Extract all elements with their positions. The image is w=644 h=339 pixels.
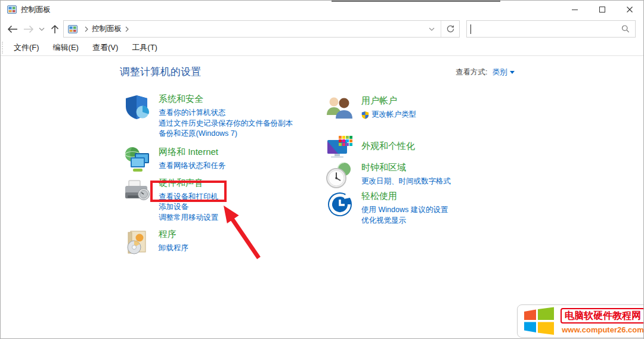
link-change-date-time-number-formats[interactable]: 更改日期、时间或数字格式 xyxy=(361,176,451,187)
breadcrumb-control-panel[interactable]: 控制面板 xyxy=(92,24,122,34)
maximize-icon xyxy=(599,6,606,13)
maximize-button[interactable] xyxy=(589,1,616,18)
search-icon[interactable] xyxy=(621,24,630,33)
arrow-up-icon xyxy=(51,24,59,34)
back-button[interactable] xyxy=(4,18,21,39)
link-label: 更改帐户类型 xyxy=(371,110,416,120)
link-windows-suggested-settings[interactable]: 使用 Windows 建议的设置 xyxy=(361,205,448,216)
red-arrow-annotation xyxy=(212,199,266,262)
shield-pie-icon[interactable] xyxy=(123,93,151,122)
address-dropdown-button[interactable] xyxy=(423,21,441,37)
window-title: 控制面板 xyxy=(21,5,51,15)
window-controls xyxy=(561,1,643,18)
menu-item-view[interactable]: 查看(V) xyxy=(90,41,120,54)
menu-bar: 文件(F)编辑(E)查看(V)工具(T) xyxy=(1,39,643,56)
search-box xyxy=(466,20,636,38)
category-ease-of-access: 轻松使用使用 Windows 建议的设置优化视觉显示 xyxy=(326,190,528,226)
title-bar: 控制面板 xyxy=(1,1,643,18)
close-button[interactable] xyxy=(616,1,643,18)
link-label: 卸载程序 xyxy=(159,243,188,254)
category-text-user-accounts: 用户帐户更改帐户类型 xyxy=(361,95,416,123)
category-user-accounts: 用户帐户更改帐户类型 xyxy=(326,95,528,123)
category-title-appearance-personalization[interactable]: 外观和个性化 xyxy=(361,140,415,152)
link-label: 通过文件历史记录保存你的文件备份副本 xyxy=(159,119,293,129)
category-system-security: 系统和安全查看你的计算机状态通过文件历史记录保存你的文件备份副本备份和还原(Wi… xyxy=(123,93,326,139)
screenshot-artifact-line xyxy=(332,1,500,2)
control-panel-window: 控制面板 xyxy=(0,0,644,339)
category-text-clock-region: 时钟和区域更改日期、时间或数字格式 xyxy=(361,161,451,190)
control-panel-icon xyxy=(7,5,17,16)
page-heading: 调整计算机的设置 xyxy=(120,65,201,79)
link-label: 备份和还原(Windows 7) xyxy=(159,129,237,139)
link-uninstall-program[interactable]: 卸载程序 xyxy=(159,243,188,254)
menu-item-edit[interactable]: 编辑(E) xyxy=(51,41,81,54)
ease-of-access-icon[interactable] xyxy=(326,190,354,219)
chevron-down-icon xyxy=(510,71,515,74)
refresh-icon xyxy=(446,24,455,33)
menu-item-tools[interactable]: 工具(T) xyxy=(129,41,160,54)
link-change-account-type[interactable]: 更改帐户类型 xyxy=(361,110,416,120)
link-adjust-mobility-settings[interactable]: 调整常用移动设置 xyxy=(159,213,218,223)
category-title-clock-region[interactable]: 时钟和区域 xyxy=(361,161,451,173)
software-box-icon[interactable] xyxy=(123,228,151,257)
category-network-internet: 网络和 Internet查看网络状态和任务 xyxy=(123,146,326,175)
arrow-right-icon xyxy=(23,25,34,33)
category-text-appearance-personalization: 外观和个性化 xyxy=(361,140,415,155)
forward-button[interactable] xyxy=(21,18,36,39)
refresh-button[interactable] xyxy=(441,21,459,37)
category-text-system-security: 系统和安全查看你的计算机状态通过文件历史记录保存你的文件备份副本备份和还原(Wi… xyxy=(159,93,293,139)
arrow-left-icon xyxy=(7,25,18,33)
control-panel-icon xyxy=(68,25,78,33)
link-label: 调整常用移动设置 xyxy=(159,213,218,223)
column-right: 用户帐户更改帐户类型外观和个性化时钟和区域更改日期、时间或数字格式轻松使用使用 … xyxy=(326,95,528,226)
users-icon[interactable] xyxy=(326,95,354,123)
category-appearance-personalization: 外观和个性化 xyxy=(326,133,528,161)
watermark-site-name: 电脑软硬件教程网 xyxy=(561,308,644,324)
link-label: 优化视觉显示 xyxy=(361,216,406,226)
breadcrumb-chevron-icon[interactable] xyxy=(125,26,129,32)
search-input[interactable] xyxy=(471,21,621,37)
category-text-network-internet: 网络和 Internet查看网络状态和任务 xyxy=(159,146,226,175)
watermark-text: 电脑软硬件教程网 www.computer26.com xyxy=(561,308,644,334)
link-optimize-visual-display[interactable]: 优化视觉显示 xyxy=(361,216,448,226)
view-by-dropdown[interactable]: 类别 xyxy=(492,67,515,77)
globe-monitors-icon[interactable] xyxy=(123,146,151,175)
chevron-down-icon xyxy=(429,27,435,31)
link-add-device[interactable]: 添加设备 xyxy=(159,202,218,213)
link-label: 使用 Windows 建议的设置 xyxy=(361,205,448,216)
link-view-network-status-tasks[interactable]: 查看网络状态和任务 xyxy=(159,161,226,172)
windows-flag-logo-icon xyxy=(523,307,555,335)
navigation-bar: 控制面板 xyxy=(1,18,643,39)
watermark: 电脑软硬件教程网 www.computer26.com xyxy=(517,304,644,338)
link-label: 更改日期、时间或数字格式 xyxy=(361,176,451,187)
minimize-button[interactable] xyxy=(561,1,589,18)
link-label: 查看你的计算机状态 xyxy=(159,108,226,119)
category-title-ease-of-access[interactable]: 轻松使用 xyxy=(361,190,448,202)
clock-globe-icon[interactable] xyxy=(326,161,354,190)
recent-pages-button[interactable] xyxy=(36,18,47,39)
uac-shield-icon xyxy=(361,111,369,119)
category-text-programs: 程序卸载程序 xyxy=(159,228,188,257)
watermark-site-url: www.computer26.com xyxy=(562,325,644,334)
category-title-network-internet[interactable]: 网络和 Internet xyxy=(159,146,226,158)
printer-icon[interactable] xyxy=(123,177,151,206)
view-by-value: 类别 xyxy=(492,67,507,77)
address-bar[interactable]: 控制面板 xyxy=(63,20,460,38)
category-title-programs[interactable]: 程序 xyxy=(159,228,188,240)
monitor-tiles-icon[interactable] xyxy=(326,133,354,161)
link-view-computer-status[interactable]: 查看你的计算机状态 xyxy=(159,108,293,119)
link-backup-restore-win7[interactable]: 备份和还原(Windows 7) xyxy=(159,129,293,139)
category-clock-region: 时钟和区域更改日期、时间或数字格式 xyxy=(326,161,528,190)
category-title-user-accounts[interactable]: 用户帐户 xyxy=(361,95,416,107)
link-save-file-history-backup[interactable]: 通过文件历史记录保存你的文件备份副本 xyxy=(159,119,293,129)
up-button[interactable] xyxy=(47,18,63,39)
menu-item-file[interactable]: 文件(F) xyxy=(11,41,42,54)
link-label: 查看网络状态和任务 xyxy=(159,161,226,172)
view-by-label: 查看方式: xyxy=(456,67,487,77)
menu-bar-grip xyxy=(2,42,3,54)
close-icon xyxy=(626,6,633,13)
category-title-system-security[interactable]: 系统和安全 xyxy=(159,93,293,105)
link-label: 添加设备 xyxy=(159,202,188,213)
category-text-ease-of-access: 轻松使用使用 Windows 建议的设置优化视觉显示 xyxy=(361,190,448,226)
minimize-icon xyxy=(571,6,578,13)
